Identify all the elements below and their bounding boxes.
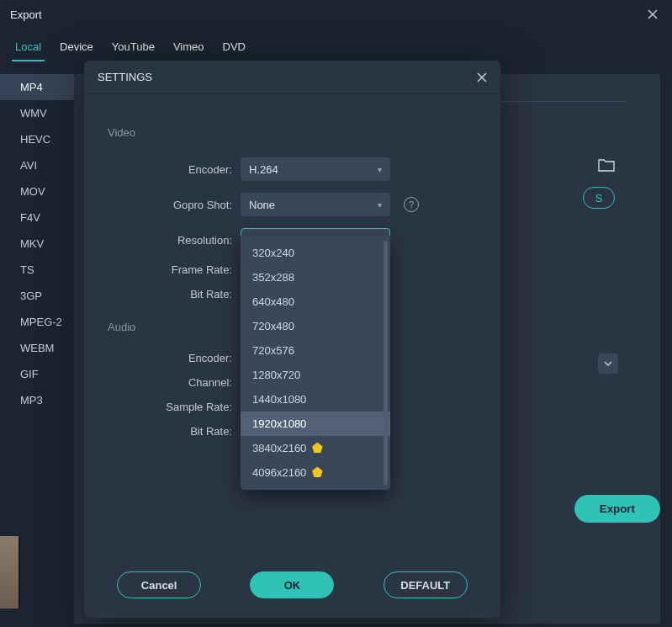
sidebar-item-mp3[interactable]: MP3 — [0, 387, 74, 413]
default-button[interactable]: DEFAULT — [384, 571, 468, 598]
label-frame-rate: Frame Rate: — [108, 263, 232, 276]
label-audio-bit-rate: Bit Rate: — [108, 425, 232, 438]
folder-icon — [598, 158, 615, 172]
chevron-down-icon — [604, 361, 612, 366]
resolution-dropdown: 320x240352x288640x480720x480720x5761280x… — [241, 236, 390, 490]
option-label: 720x480 — [252, 320, 294, 332]
sidebar-item-wmv[interactable]: WMV — [0, 100, 74, 126]
resolution-option[interactable]: 3840x2160 — [241, 436, 390, 460]
sidebar-item-gif[interactable]: GIF — [0, 361, 74, 387]
dialog-close-button[interactable] — [477, 72, 487, 82]
tab-local[interactable]: Local — [13, 35, 43, 61]
window-title: Export — [10, 8, 42, 21]
tab-device[interactable]: Device — [58, 35, 95, 61]
settings-chip[interactable]: S — [583, 187, 615, 209]
resolution-option[interactable]: 720x480 — [241, 314, 390, 338]
select-video-encoder[interactable]: H.264 ▾ — [241, 157, 390, 181]
select-value: None — [249, 199, 275, 211]
option-label: 720x576 — [252, 344, 294, 357]
resolution-option[interactable]: 320x240 — [241, 241, 390, 265]
window-close-button[interactable] — [643, 5, 662, 24]
resolution-option[interactable]: 352x288 — [241, 265, 390, 290]
select-value: H.264 — [249, 163, 278, 176]
label-video-encoder: Encoder: — [108, 163, 232, 176]
chevron-down-icon: ▾ — [378, 165, 382, 174]
browse-folder-button[interactable] — [598, 158, 615, 172]
export-tabs: Local Device YouTube Vimeo DVD — [0, 29, 672, 62]
sidebar-item-mp4[interactable]: MP4 — [0, 74, 74, 100]
premium-icon — [311, 467, 323, 479]
label-audio-encoder: Encoder: — [108, 352, 232, 364]
option-label: 320x240 — [252, 247, 294, 259]
dialog-title: SETTINGS — [98, 71, 152, 83]
ok-button[interactable]: OK — [250, 571, 334, 598]
sidebar-item-3gp[interactable]: 3GP — [0, 283, 74, 309]
premium-icon — [311, 443, 323, 454]
option-label: 1920x1080 — [252, 417, 306, 430]
close-icon — [477, 72, 487, 82]
row-video-encoder: Encoder: H.264 ▾ — [108, 157, 477, 181]
select-gopro-shot[interactable]: None ▾ — [241, 193, 390, 216]
chevron-down-icon: ▾ — [378, 200, 382, 210]
row-gopro-shot: Gopro Shot: None ▾ ? — [108, 193, 477, 216]
option-label: 640x480 — [252, 295, 294, 308]
option-label: 1280x720 — [252, 369, 300, 381]
gopro-help-button[interactable]: ? — [404, 197, 419, 212]
dialog-body: Video Encoder: H.264 ▾ Gopro Shot: None … — [84, 94, 500, 559]
option-label: 1440x1080 — [252, 393, 306, 406]
video-section-label: Video — [108, 126, 477, 139]
resolution-option[interactable]: 720x576 — [241, 338, 390, 363]
cancel-button[interactable]: Cancel — [117, 571, 201, 598]
option-label: 4096x2160 — [252, 466, 306, 479]
option-label: 3840x2160 — [252, 442, 306, 454]
tab-vimeo[interactable]: Vimeo — [172, 35, 206, 61]
resolution-option[interactable]: 640x480 — [241, 290, 390, 314]
settings-dialog: SETTINGS Video Encoder: H.264 ▾ Gopro Sh… — [84, 61, 500, 618]
panel-chevron[interactable] — [598, 353, 618, 374]
help-icon: ? — [409, 199, 414, 210]
dialog-header: SETTINGS — [84, 61, 500, 94]
preview-thumbnail — [0, 536, 20, 608]
resolution-option[interactable]: 1440x1080 — [241, 387, 390, 412]
tab-youtube[interactable]: YouTube — [110, 35, 156, 61]
sidebar-item-mkv[interactable]: MKV — [0, 231, 74, 257]
sidebar-item-ts[interactable]: TS — [0, 257, 74, 283]
label-resolution: Resolution: — [108, 234, 232, 247]
export-button[interactable]: Export — [574, 495, 660, 523]
sidebar-item-avi[interactable]: AVI — [0, 152, 74, 178]
resolution-option[interactable]: 4096x2160 — [241, 460, 390, 485]
sidebar-item-mov[interactable]: MOV — [0, 178, 74, 205]
close-icon — [648, 9, 658, 19]
sidebar-item-mpeg2[interactable]: MPEG-2 — [0, 309, 74, 335]
sidebar-item-webm[interactable]: WEBM — [0, 335, 74, 361]
resolution-option[interactable]: 1920x1080 — [241, 412, 390, 436]
resolution-option[interactable]: 1280x720 — [241, 363, 390, 387]
label-video-bit-rate: Bit Rate: — [108, 288, 232, 300]
label-channel: Channel: — [108, 376, 232, 389]
sidebar-item-f4v[interactable]: F4V — [0, 205, 74, 231]
sidebar-item-hevc[interactable]: HEVC — [0, 126, 74, 152]
tab-dvd[interactable]: DVD — [221, 35, 247, 61]
option-label: 352x288 — [252, 271, 294, 284]
titlebar: Export — [0, 0, 672, 29]
label-sample-rate: Sample Rate: — [108, 401, 232, 413]
label-gopro-shot: Gopro Shot: — [108, 199, 232, 211]
dialog-footer: Cancel OK DEFAULT — [84, 559, 500, 618]
